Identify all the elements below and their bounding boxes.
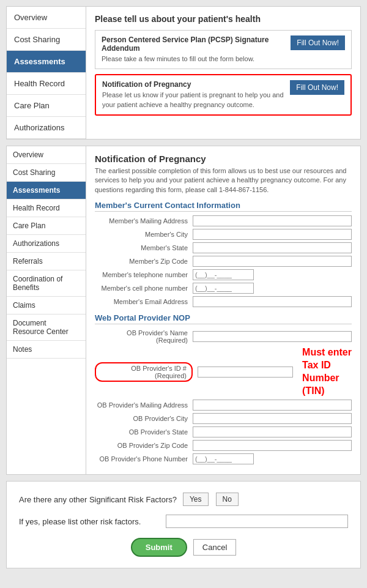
ob-address-label: OB Provider's Mailing Address [95,401,193,409]
submit-button[interactable]: Submit [131,538,187,557]
section1-panel: Overview Cost Sharing Assessments Health… [6,6,361,140]
member-cell-input[interactable] [193,283,254,294]
pcsp-desc: Please take a few minutes to fill out th… [102,54,286,64]
member-zip-input[interactable] [193,256,352,267]
ob-name-input[interactable] [193,331,352,342]
sidebar2-item-drc[interactable]: Document Resource Center [7,314,86,341]
provider-section-title: Web Portal Provider NOP [95,313,352,324]
form-subtitle: The earliest possible completion of this… [95,166,352,195]
risk-factor-row: Are there any other Significant Risk Fac… [19,493,348,506]
ob-id-input[interactable] [198,367,293,378]
member-section-title: Member's Current Contact Information [95,201,352,212]
pregnancy-desc: Please let us know if your patient is pr… [102,91,285,110]
member-state-label: Member's State [95,244,193,251]
pcsp-card: Person Centered Service Plan (PCSP) Sign… [95,30,352,69]
ob-id-row: OB Provider's ID # (Required) Must enter… [95,346,352,397]
ob-zip-input[interactable] [193,440,352,451]
member-state-input[interactable] [193,242,352,253]
ob-state-row: OB Provider's State [95,426,352,437]
ob-city-label: OB Provider's City [95,415,193,422]
member-phone-input[interactable] [193,269,254,280]
member-address-input[interactable] [193,215,352,226]
member-cell-row: Member's cell phone number [95,283,352,294]
ob-city-row: OB Provider's City [95,413,352,424]
sidebar1-item-care-plan[interactable]: Care Plan [7,95,86,117]
ob-phone-label: OB Provider's Phone Number [95,455,193,463]
ob-id-label: OB Provider's ID # (Required) [95,362,193,382]
ob-city-input[interactable] [193,413,352,424]
ob-state-input[interactable] [193,426,352,437]
list-other-row: If yes, please list other risk factors. [19,515,348,528]
sidebar1-item-authorizations[interactable]: Authorizations [7,117,86,139]
sidebar1-item-assessments[interactable]: Assessments [7,51,86,73]
sidebar2-item-overview[interactable]: Overview [7,146,86,164]
member-address-row: Member's Mailing Address [95,215,352,226]
form-heading: Notification of Pregnancy [95,154,352,164]
ob-name-row: OB Provider's Name (Required) [95,329,352,344]
ob-zip-label: OB Provider's Zip Code [95,442,193,449]
ob-zip-row: OB Provider's Zip Code [95,440,352,451]
member-zip-row: Member's Zip Code [95,256,352,267]
sidebar2-item-notes[interactable]: Notes [7,341,86,359]
sidebar1-item-health-record[interactable]: Health Record [7,73,86,95]
member-phone-label: Member's telephone number [95,271,193,278]
main2-content: Notification of Pregnancy The earliest p… [86,146,360,474]
pcsp-title: Person Centered Service Plan (PCSP) Sign… [102,35,286,53]
sidebar2-item-assessments[interactable]: Assessments [7,182,86,199]
member-email-row: Member's Email Address [95,296,352,307]
provider-fields: OB Provider's Name (Required) OB Provide… [95,329,352,464]
sidebar2-item-cost-sharing[interactable]: Cost Sharing [7,164,86,182]
member-city-input[interactable] [193,229,352,240]
yes-button[interactable]: Yes [183,493,209,506]
pregnancy-card: Notification of Pregnancy Please let us … [95,74,352,116]
submit-row: Submit Cancel [19,538,348,557]
member-city-row: Member's City [95,229,352,240]
member-cell-label: Member's cell phone number [95,285,193,292]
no-button[interactable]: No [216,493,239,506]
pcsp-fill-button[interactable]: Fill Out Now! [291,35,345,50]
sidebar2-item-referrals[interactable]: Referrals [7,253,86,270]
tin-note: Must enterTax IDNumber(TIN) [302,346,352,397]
ob-name-label: OB Provider's Name (Required) [95,329,193,344]
section2-panel: Overview Cost Sharing Assessments Health… [6,146,361,475]
pregnancy-fill-button[interactable]: Fill Out Now! [290,80,344,95]
section3-panel: Are there any other Significant Risk Fac… [6,481,361,568]
member-state-row: Member's State [95,242,352,253]
list-prompt-label: If yes, please list other risk factors. [19,517,160,526]
sidebar2-item-authorizations[interactable]: Authorizations [7,235,86,253]
member-email-label: Member's Email Address [95,298,193,305]
member-phone-row: Member's telephone number [95,269,352,280]
member-city-label: Member's City [95,231,193,238]
ob-address-input[interactable] [193,400,352,411]
member-email-input[interactable] [193,296,352,307]
cancel-button[interactable]: Cancel [193,539,236,556]
sidebar1: Overview Cost Sharing Assessments Health… [7,7,86,139]
main1-content: Please tell us about your patient's heal… [86,7,360,139]
main1-heading: Please tell us about your patient's heal… [95,14,352,24]
sidebar1-item-cost-sharing[interactable]: Cost Sharing [7,29,86,51]
sidebar2-item-care-plan[interactable]: Care Plan [7,217,86,235]
member-zip-label: Member's Zip Code [95,258,193,265]
member-address-label: Member's Mailing Address [95,217,193,225]
sidebar2-item-health-record[interactable]: Health Record [7,199,86,217]
risk-question-label: Are there any other Significant Risk Fac… [19,495,177,504]
sidebar2-item-claims[interactable]: Claims [7,297,86,314]
ob-address-row: OB Provider's Mailing Address [95,400,352,411]
pregnancy-title: Notification of Pregnancy [102,80,285,89]
sidebar1-item-overview[interactable]: Overview [7,7,86,29]
ob-phone-input[interactable] [193,453,254,464]
ob-state-label: OB Provider's State [95,428,193,436]
ob-phone-row: OB Provider's Phone Number [95,453,352,464]
other-risk-input[interactable] [166,515,348,528]
sidebar2: Overview Cost Sharing Assessments Health… [7,146,86,474]
sidebar2-item-cob[interactable]: Coordination of Benefits [7,270,86,297]
